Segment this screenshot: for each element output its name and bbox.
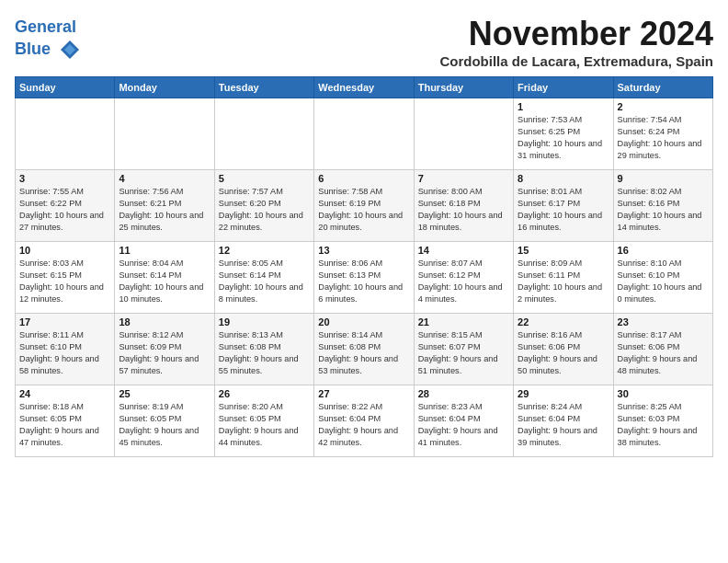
day-info: Sunrise: 8:10 AMSunset: 6:10 PMDaylight:…: [618, 258, 709, 305]
calendar-cell: [414, 98, 513, 170]
day-info: Sunrise: 8:15 AMSunset: 6:07 PMDaylight:…: [418, 329, 509, 377]
day-info: Sunrise: 8:22 AMSunset: 6:04 PMDaylight:…: [318, 401, 409, 449]
calendar-cell: 9Sunrise: 8:02 AMSunset: 6:16 PMDaylight…: [613, 170, 712, 242]
day-info: Sunrise: 8:19 AMSunset: 6:05 PMDaylight:…: [119, 401, 210, 449]
day-info: Sunrise: 8:17 AMSunset: 6:06 PMDaylight:…: [618, 329, 709, 377]
calendar-cell: 27Sunrise: 8:22 AMSunset: 6:04 PMDayligh…: [314, 385, 414, 457]
calendar-cell: 3Sunrise: 7:55 AMSunset: 6:22 PMDaylight…: [16, 170, 115, 242]
day-info: Sunrise: 8:07 AMSunset: 6:12 PMDaylight:…: [418, 258, 509, 305]
day-number: 5: [219, 173, 310, 184]
day-number: 13: [318, 245, 409, 256]
header-row: SundayMondayTuesdayWednesdayThursdayFrid…: [16, 77, 713, 98]
day-info: Sunrise: 8:05 AMSunset: 6:14 PMDaylight:…: [219, 258, 310, 305]
day-number: 24: [19, 388, 110, 399]
day-number: 7: [418, 173, 509, 184]
calendar-cell: 16Sunrise: 8:10 AMSunset: 6:10 PMDayligh…: [613, 242, 712, 314]
week-row-2: 3Sunrise: 7:55 AMSunset: 6:22 PMDaylight…: [16, 170, 713, 242]
calendar-cell: 2Sunrise: 7:54 AMSunset: 6:24 PMDaylight…: [613, 98, 712, 170]
day-number: 23: [618, 316, 709, 327]
calendar-cell: 22Sunrise: 8:16 AMSunset: 6:06 PMDayligh…: [514, 314, 613, 385]
day-number: 3: [19, 173, 110, 184]
calendar-body: 1Sunrise: 7:53 AMSunset: 6:25 PMDaylight…: [16, 98, 713, 457]
day-info: Sunrise: 8:01 AMSunset: 6:17 PMDaylight:…: [518, 186, 609, 234]
day-info: Sunrise: 8:20 AMSunset: 6:05 PMDaylight:…: [219, 401, 310, 449]
calendar-cell: 24Sunrise: 8:18 AMSunset: 6:05 PMDayligh…: [16, 385, 115, 457]
day-info: Sunrise: 7:55 AMSunset: 6:22 PMDaylight:…: [19, 186, 110, 234]
month-title: November 2024: [439, 15, 713, 53]
day-number: 2: [618, 101, 709, 112]
header: General Blue November 2024 Cordobilla de…: [15, 15, 713, 69]
day-info: Sunrise: 8:09 AMSunset: 6:11 PMDaylight:…: [518, 258, 609, 305]
week-row-5: 24Sunrise: 8:18 AMSunset: 6:05 PMDayligh…: [16, 385, 713, 457]
calendar-cell: 19Sunrise: 8:13 AMSunset: 6:08 PMDayligh…: [214, 314, 313, 385]
calendar-cell: 13Sunrise: 8:06 AMSunset: 6:13 PMDayligh…: [314, 242, 414, 314]
week-row-3: 10Sunrise: 8:03 AMSunset: 6:15 PMDayligh…: [16, 242, 713, 314]
day-number: 12: [219, 245, 310, 256]
day-info: Sunrise: 8:06 AMSunset: 6:13 PMDaylight:…: [318, 258, 409, 305]
day-info: Sunrise: 8:04 AMSunset: 6:14 PMDaylight:…: [119, 258, 210, 305]
day-number: 17: [19, 316, 110, 327]
day-number: 30: [618, 388, 709, 399]
calendar-cell: 7Sunrise: 8:00 AMSunset: 6:18 PMDaylight…: [414, 170, 513, 242]
header-cell-monday: Monday: [115, 77, 214, 98]
day-info: Sunrise: 8:13 AMSunset: 6:08 PMDaylight:…: [219, 329, 310, 377]
day-number: 26: [219, 388, 310, 399]
logo-line1: General: [15, 18, 83, 37]
header-cell-sunday: Sunday: [16, 77, 115, 98]
day-number: 11: [119, 245, 210, 256]
header-cell-tuesday: Tuesday: [214, 77, 313, 98]
header-cell-thursday: Thursday: [414, 77, 513, 98]
day-number: 25: [119, 388, 210, 399]
calendar-cell: [314, 98, 414, 170]
day-number: 19: [219, 316, 310, 327]
day-number: 10: [19, 245, 110, 256]
logo-text-area: General Blue: [15, 18, 83, 63]
calendar-cell: 1Sunrise: 7:53 AMSunset: 6:25 PMDaylight…: [514, 98, 613, 170]
calendar-cell: 17Sunrise: 8:11 AMSunset: 6:10 PMDayligh…: [16, 314, 115, 385]
day-number: 14: [418, 245, 509, 256]
day-number: 18: [119, 316, 210, 327]
day-info: Sunrise: 8:14 AMSunset: 6:08 PMDaylight:…: [318, 329, 409, 377]
calendar-cell: 12Sunrise: 8:05 AMSunset: 6:14 PMDayligh…: [214, 242, 313, 314]
calendar-header: SundayMondayTuesdayWednesdayThursdayFrid…: [16, 77, 713, 98]
calendar-cell: [214, 98, 313, 170]
calendar-cell: 10Sunrise: 8:03 AMSunset: 6:15 PMDayligh…: [16, 242, 115, 314]
day-number: 9: [618, 173, 709, 184]
calendar-cell: [115, 98, 214, 170]
day-info: Sunrise: 8:03 AMSunset: 6:15 PMDaylight:…: [19, 258, 110, 305]
calendar-cell: 5Sunrise: 7:57 AMSunset: 6:20 PMDaylight…: [214, 170, 313, 242]
day-number: 27: [318, 388, 409, 399]
calendar-cell: 8Sunrise: 8:01 AMSunset: 6:17 PMDaylight…: [514, 170, 613, 242]
day-info: Sunrise: 7:57 AMSunset: 6:20 PMDaylight:…: [219, 186, 310, 234]
day-number: 16: [618, 245, 709, 256]
day-number: 29: [518, 388, 609, 399]
day-info: Sunrise: 8:23 AMSunset: 6:04 PMDaylight:…: [418, 401, 509, 449]
calendar-cell: [16, 98, 115, 170]
day-number: 6: [318, 173, 409, 184]
day-info: Sunrise: 8:25 AMSunset: 6:03 PMDaylight:…: [618, 401, 709, 449]
calendar-cell: 29Sunrise: 8:24 AMSunset: 6:04 PMDayligh…: [514, 385, 613, 457]
day-info: Sunrise: 7:54 AMSunset: 6:24 PMDaylight:…: [618, 114, 709, 162]
calendar-cell: 11Sunrise: 8:04 AMSunset: 6:14 PMDayligh…: [115, 242, 214, 314]
day-info: Sunrise: 7:56 AMSunset: 6:21 PMDaylight:…: [119, 186, 210, 234]
day-info: Sunrise: 8:16 AMSunset: 6:06 PMDaylight:…: [518, 329, 609, 377]
day-number: 4: [119, 173, 210, 184]
logo-line2: Blue: [15, 37, 83, 63]
calendar-cell: 26Sunrise: 8:20 AMSunset: 6:05 PMDayligh…: [214, 385, 313, 457]
calendar-cell: 23Sunrise: 8:17 AMSunset: 6:06 PMDayligh…: [613, 314, 712, 385]
day-info: Sunrise: 8:11 AMSunset: 6:10 PMDaylight:…: [19, 329, 110, 377]
day-info: Sunrise: 8:02 AMSunset: 6:16 PMDaylight:…: [618, 186, 709, 234]
day-info: Sunrise: 8:00 AMSunset: 6:18 PMDaylight:…: [418, 186, 509, 234]
week-row-4: 17Sunrise: 8:11 AMSunset: 6:10 PMDayligh…: [16, 314, 713, 385]
day-number: 15: [518, 245, 609, 256]
day-number: 8: [518, 173, 609, 184]
header-cell-friday: Friday: [514, 77, 613, 98]
calendar-cell: 4Sunrise: 7:56 AMSunset: 6:21 PMDaylight…: [115, 170, 214, 242]
title-area: November 2024 Cordobilla de Lacara, Extr…: [439, 15, 713, 69]
calendar-cell: 6Sunrise: 7:58 AMSunset: 6:19 PMDaylight…: [314, 170, 414, 242]
day-number: 28: [418, 388, 509, 399]
calendar-cell: 25Sunrise: 8:19 AMSunset: 6:05 PMDayligh…: [115, 385, 214, 457]
day-number: 21: [418, 316, 509, 327]
calendar-cell: 28Sunrise: 8:23 AMSunset: 6:04 PMDayligh…: [414, 385, 513, 457]
day-number: 20: [318, 316, 409, 327]
